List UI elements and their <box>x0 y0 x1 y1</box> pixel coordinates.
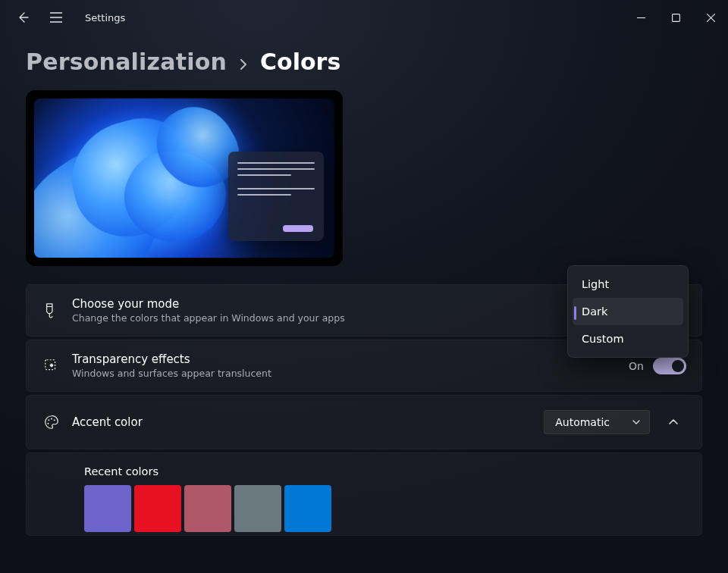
minimize-icon <box>637 14 645 22</box>
back-button[interactable] <box>6 0 39 35</box>
toggle-state-label: On <box>629 360 644 372</box>
close-icon <box>707 14 715 22</box>
theme-preview <box>26 90 343 266</box>
recent-color-swatch[interactable] <box>184 485 231 532</box>
preview-window-icon <box>228 152 324 241</box>
window-minimize-button[interactable] <box>623 0 658 35</box>
mode-option-custom[interactable]: Custom <box>573 325 683 352</box>
svg-point-3 <box>51 418 52 419</box>
mode-dropdown-flyout: Light Dark Custom <box>567 265 689 358</box>
setting-row-accent[interactable]: Accent color Automatic <box>26 395 702 449</box>
breadcrumb-current: Colors <box>260 49 340 75</box>
recent-color-swatch[interactable] <box>284 485 331 532</box>
expand-collapse-button[interactable] <box>661 409 686 435</box>
transparency-toggle[interactable] <box>653 358 686 374</box>
setting-subtitle: Windows and surfaces appear translucent <box>72 368 629 379</box>
recent-colors-section: Recent colors <box>26 452 702 536</box>
chevron-up-icon <box>669 419 678 425</box>
svg-rect-0 <box>672 14 679 21</box>
setting-title: Transparency effects <box>72 352 629 366</box>
recent-color-swatch[interactable] <box>234 485 281 532</box>
setting-title: Accent color <box>72 415 544 429</box>
transparency-icon <box>43 358 72 374</box>
app-title: Settings <box>73 12 125 23</box>
mode-option-light[interactable]: Light <box>573 271 683 298</box>
nav-menu-button[interactable] <box>39 0 73 35</box>
recent-colors-title: Recent colors <box>84 465 686 478</box>
back-arrow-icon <box>17 11 29 23</box>
window-maximize-button[interactable] <box>658 0 693 35</box>
palette-icon <box>43 414 72 431</box>
hamburger-icon <box>50 12 62 23</box>
maximize-icon <box>672 14 680 22</box>
breadcrumb-parent[interactable]: Personalization <box>26 49 227 75</box>
chevron-down-icon <box>632 420 640 425</box>
accent-mode-combo[interactable]: Automatic <box>544 410 650 434</box>
mode-option-dark[interactable]: Dark <box>573 298 683 325</box>
breadcrumb: Personalization Colors <box>0 35 728 90</box>
svg-point-4 <box>54 419 55 421</box>
brush-icon <box>43 302 72 319</box>
chevron-right-icon <box>239 59 248 70</box>
svg-point-5 <box>47 423 49 424</box>
window-close-button[interactable] <box>693 0 728 35</box>
combo-value: Automatic <box>555 416 610 428</box>
recent-color-swatch[interactable] <box>134 485 181 532</box>
svg-point-2 <box>48 419 49 421</box>
recent-color-swatch[interactable] <box>84 485 131 532</box>
